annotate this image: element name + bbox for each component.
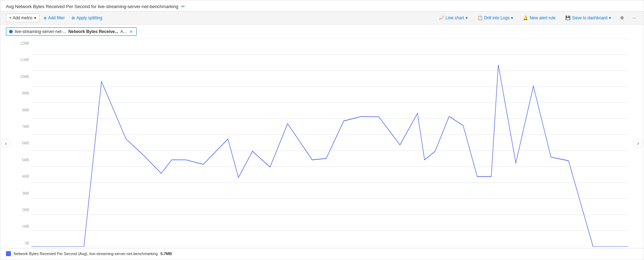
y-label-9mb: 9MB: [16, 91, 31, 95]
filter-icon: ⊕: [44, 16, 47, 20]
alert-icon: 🔔: [523, 15, 528, 20]
chevron-down-icon: ▾: [466, 15, 468, 20]
line-chart-button[interactable]: 📈 Line chart ▾: [436, 14, 471, 22]
ellipsis-icon: ···: [632, 15, 636, 20]
chevron-down-icon: ▾: [609, 15, 611, 20]
y-label-1mb: 1MB: [16, 225, 31, 228]
gear-icon: ⚙: [620, 15, 624, 20]
y-label-0b: 0B: [16, 241, 31, 245]
apply-splitting-button[interactable]: ⊞ Apply splitting: [69, 14, 105, 22]
y-label-12mb: 12MB: [16, 41, 31, 45]
y-label-3mb: 3MB: [16, 191, 31, 195]
chart-legend: Network Bytes Received Per Second (Avg),…: [0, 248, 644, 260]
line-chart-icon: 📈: [439, 15, 444, 20]
y-label-7mb: 7MB: [16, 125, 31, 129]
metric-tag: live-streaming-server-net-... Network By…: [6, 27, 137, 36]
y-label-5mb: 5MB: [16, 158, 31, 162]
chart-canvas: 1:25 1:30 1:35 1:40 1:45 UTC+08:00: [31, 39, 628, 248]
legend-text: Network Bytes Received Per Second (Avg),…: [14, 252, 158, 256]
save-dashboard-button[interactable]: 💾 Save to dashboard ▾: [563, 14, 614, 22]
legend-swatch: [6, 251, 11, 256]
add-filter-button[interactable]: ⊕ Add filter: [41, 14, 67, 22]
chart-line: [31, 65, 628, 247]
chevron-down-icon: ▾: [34, 15, 36, 20]
tag-metric: Network Bytes Receive...: [68, 29, 118, 34]
y-axis: 12MB 11MB 10MB 9MB 8MB 7MB 6MB 5MB 4MB 3…: [16, 39, 31, 248]
toolbar: + Add metric ▾ ⊕ Add filter ⊞ Apply spli…: [0, 11, 644, 25]
new-alert-button[interactable]: 🔔 New alert rule: [520, 14, 558, 22]
edit-icon[interactable]: ✏: [181, 4, 185, 9]
settings-button[interactable]: ⚙: [618, 14, 626, 22]
metric-tags-bar: live-streaming-server-net-... Network By…: [0, 25, 644, 39]
chart-area: ‹ › 12MB 11MB 10MB 9MB 8MB 7MB 6MB 5MB 4…: [0, 39, 644, 248]
page-title: Avg Network Bytes Received Per Second fo…: [6, 4, 178, 9]
y-label-2mb: 2MB: [16, 208, 31, 212]
y-label-6mb: 6MB: [16, 141, 31, 145]
chevron-down-icon: ▾: [511, 15, 513, 20]
split-icon: ⊞: [72, 16, 75, 20]
chart-nav-right-button[interactable]: ›: [633, 138, 643, 148]
tag-aggregation: A...: [120, 29, 127, 34]
y-label-10mb: 10MB: [16, 75, 31, 79]
y-label-8mb: 8MB: [16, 108, 31, 112]
more-options-button[interactable]: ···: [630, 14, 638, 22]
line-chart-svg: [31, 39, 628, 247]
tag-close-button[interactable]: ✕: [129, 30, 133, 34]
add-metric-button[interactable]: + Add metric ▾: [6, 14, 39, 22]
tag-dot-icon: [9, 30, 13, 33]
legend-value: 5.7MB: [160, 252, 172, 256]
tag-resource: live-streaming-server-net-...: [15, 29, 66, 34]
y-label-11mb: 11MB: [16, 58, 31, 62]
y-label-4mb: 4MB: [16, 175, 31, 178]
chart-nav-left-button[interactable]: ‹: [1, 138, 11, 148]
save-icon: 💾: [565, 15, 571, 20]
drill-icon: 📋: [478, 15, 483, 20]
drill-logs-button[interactable]: 📋 Drill into Logs ▾: [475, 14, 516, 22]
